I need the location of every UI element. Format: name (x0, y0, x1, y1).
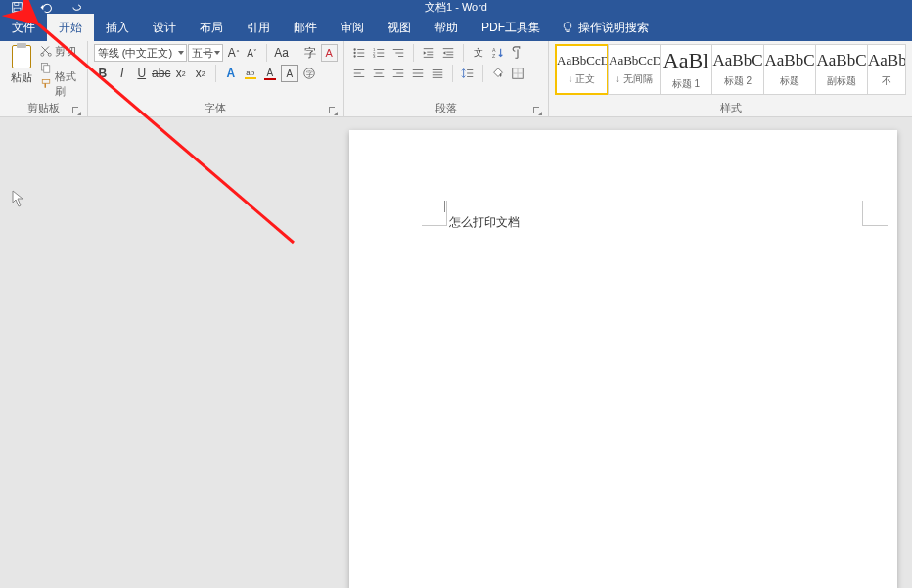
clipboard-launcher-icon[interactable] (71, 106, 81, 115)
italic-button[interactable]: I (114, 65, 131, 82)
style-sample: AaBbC (712, 51, 763, 70)
style-sample: AaBl (661, 48, 711, 73)
strikethrough-button[interactable]: abc (153, 65, 170, 82)
font-launcher-icon[interactable] (328, 106, 338, 115)
style-sample: AaBbCcDc (557, 53, 607, 68)
align-distributed-button[interactable] (429, 65, 446, 82)
window-title: 文档1 - Word (425, 0, 487, 14)
tab-view[interactable]: 视图 (376, 14, 423, 41)
styles-gallery[interactable]: AaBbCcDc ↓ 正文 AaBbCcDc ↓ 无间隔 AaBl 标题 1 A… (555, 44, 906, 95)
highlight-button[interactable]: ab (242, 65, 259, 82)
separator (215, 65, 216, 82)
tab-help[interactable]: 帮助 (423, 14, 470, 41)
cut-button[interactable]: 剪切 (40, 44, 81, 58)
decrease-font-button[interactable]: A˅ (244, 44, 260, 62)
bold-button[interactable]: B (94, 65, 112, 82)
style-name: 标题 2 (724, 74, 752, 88)
style-tile-no-spacing[interactable]: AaBbCcDc ↓ 无间隔 (608, 44, 661, 95)
underline-button[interactable]: U (133, 65, 151, 82)
format-painter-button[interactable]: 格式刷 (40, 77, 81, 91)
style-name: 副标题 (827, 74, 856, 88)
superscript-button[interactable]: x2 (192, 65, 209, 82)
tab-review[interactable]: 审阅 (329, 14, 376, 41)
enclosed-char-button[interactable]: 字 (300, 65, 318, 82)
svg-point-13 (353, 55, 355, 57)
group-styles-label: 样式 (555, 101, 906, 117)
svg-rect-2 (14, 8, 21, 11)
style-tile-heading2[interactable]: AaBbC 标题 2 (711, 44, 764, 95)
document-workspace[interactable]: 怎么打印文档 (0, 117, 912, 588)
change-case-button[interactable]: Aa (273, 44, 290, 62)
svg-text:A: A (492, 47, 496, 53)
style-sample: AaBbC (868, 51, 905, 70)
paragraph-launcher-icon[interactable] (532, 106, 542, 115)
margin-corner-icon (862, 201, 888, 226)
paste-button[interactable]: 粘贴 (6, 44, 36, 85)
tab-file[interactable]: 文件 (0, 14, 47, 41)
increase-indent-button[interactable] (439, 44, 457, 62)
numbering-button[interactable]: 123 (370, 44, 388, 62)
tell-me-search[interactable]: 操作说明搜索 (552, 14, 659, 41)
align-left-button[interactable] (350, 65, 368, 82)
font-color-button[interactable]: A (261, 65, 279, 82)
character-shading-button[interactable]: A (281, 65, 298, 82)
line-spacing-button[interactable] (459, 65, 477, 82)
subscript-button[interactable]: x2 (172, 65, 190, 82)
paste-label: 粘贴 (11, 70, 32, 85)
style-tile-more[interactable]: AaBbC 不 (867, 44, 906, 95)
chevron-down-icon (178, 51, 184, 55)
align-justify-button[interactable] (409, 65, 427, 82)
style-name: 不 (882, 74, 891, 88)
brush-icon (40, 78, 52, 90)
tab-pdf-tools[interactable]: PDF工具集 (470, 14, 552, 41)
style-tile-title[interactable]: AaBbC 标题 (763, 44, 816, 95)
separator (482, 65, 483, 82)
bullets-button[interactable] (350, 44, 368, 62)
svg-text:Z: Z (492, 53, 496, 59)
clear-formatting-button[interactable]: A (321, 44, 338, 62)
separator (452, 65, 453, 82)
svg-text:字: 字 (305, 70, 312, 77)
align-right-button[interactable] (389, 65, 407, 82)
decrease-indent-button[interactable] (420, 44, 437, 62)
shading-button[interactable] (489, 65, 507, 82)
svg-point-12 (353, 52, 355, 54)
font-family-select[interactable]: 等线 (中文正文) (94, 44, 188, 62)
lightbulb-icon (562, 22, 573, 33)
document-text[interactable]: 怎么打印文档 (449, 214, 520, 231)
increase-font-button[interactable]: A˄ (225, 44, 242, 62)
tell-me-placeholder: 操作说明搜索 (578, 20, 649, 36)
align-center-button[interactable] (370, 65, 388, 82)
phonetic-guide-button[interactable]: 字 (302, 44, 319, 62)
highlight-color-icon (245, 77, 256, 79)
style-tile-normal[interactable]: AaBbCcDc ↓ 正文 (555, 44, 609, 95)
style-name: ↓ 无间隔 (616, 72, 653, 86)
tab-home[interactable]: 开始 (47, 14, 94, 41)
font-size-select[interactable]: 五号 (188, 44, 223, 62)
document-page[interactable]: 怎么打印文档 (349, 130, 897, 588)
tab-insert[interactable]: 插入 (94, 14, 141, 41)
tab-design[interactable]: 设计 (141, 14, 188, 41)
style-sample: AaBbC (764, 51, 815, 70)
group-font-label: 字体 (94, 101, 338, 117)
format-painter-cursor-icon (12, 190, 25, 210)
style-name: ↓ 正文 (569, 72, 596, 86)
group-paragraph-label: 段落 (350, 101, 542, 117)
style-tile-subtitle[interactable]: AaBbC 副标题 (815, 44, 868, 95)
sort-button[interactable]: AZ (489, 44, 507, 62)
style-tile-heading1[interactable]: AaBl 标题 1 (660, 44, 712, 95)
svg-rect-8 (42, 80, 50, 84)
borders-button[interactable] (509, 65, 526, 82)
font-size-value: 五号 (192, 46, 213, 61)
ribbon: 粘贴 剪切 格式刷 (0, 41, 912, 117)
tab-mailings[interactable]: 邮件 (282, 14, 329, 41)
show-marks-button[interactable] (509, 44, 526, 62)
tab-references[interactable]: 引用 (235, 14, 282, 41)
text-effects-button[interactable]: A (222, 65, 240, 82)
multilevel-list-button[interactable] (389, 44, 407, 62)
scissors-icon (40, 45, 52, 57)
text-direction-button[interactable]: 文 (470, 44, 487, 62)
tab-layout[interactable]: 布局 (188, 14, 235, 41)
chevron-down-icon (214, 51, 220, 55)
separator (266, 44, 267, 62)
